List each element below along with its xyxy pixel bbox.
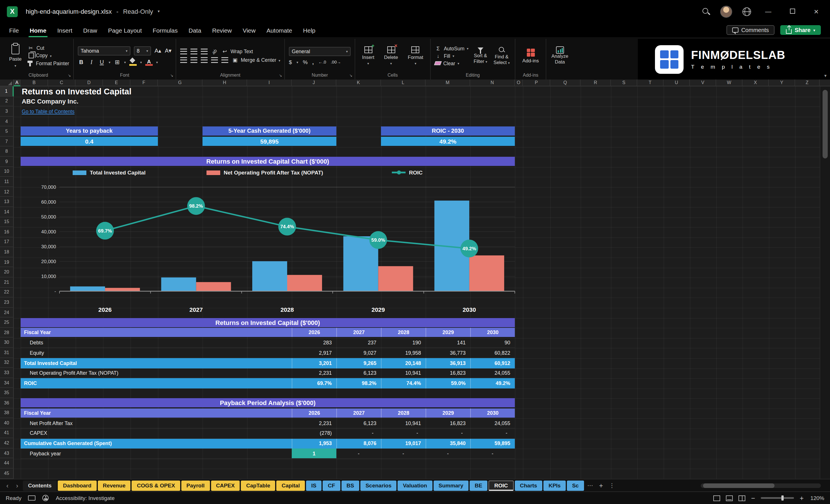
- row-header-11[interactable]: 11: [0, 177, 14, 187]
- align-right-button[interactable]: [201, 57, 208, 63]
- row-header-3[interactable]: 3: [0, 106, 14, 117]
- column-header-P[interactable]: P: [523, 80, 550, 86]
- table-cell[interactable]: 19,958: [381, 348, 425, 357]
- page-break-view-button[interactable]: [738, 495, 745, 501]
- table-row-label[interactable]: Total Invested Capital: [21, 358, 292, 368]
- row-header-21[interactable]: 21: [0, 278, 14, 287]
- accounting-caret-icon[interactable]: ▾: [296, 60, 298, 64]
- sheet-tab-cf[interactable]: CF: [323, 480, 340, 491]
- sheet-tab-kpis[interactable]: KPIs: [543, 480, 566, 491]
- column-header-M[interactable]: M: [425, 80, 470, 86]
- kpi-value-cash[interactable]: 59,895: [202, 137, 337, 146]
- sheet-tab-scenarios[interactable]: Scenarios: [360, 480, 397, 491]
- addins-button[interactable]: Add-ins: [519, 48, 542, 63]
- find-select-button[interactable]: Find & Select ▾: [492, 46, 511, 65]
- table-cell[interactable]: -: [381, 449, 425, 458]
- roic-chart[interactable]: 69.7%98.2%74.4%59.0%49.2%: [21, 166, 516, 316]
- year-cell[interactable]: 2028: [381, 328, 425, 337]
- row-header-5[interactable]: 5: [0, 127, 14, 137]
- align-center-button[interactable]: [190, 57, 197, 63]
- number-format-select[interactable]: General▾: [289, 46, 351, 56]
- table-cell[interactable]: 69.7%: [292, 378, 337, 388]
- row-header-41[interactable]: 41: [0, 428, 14, 438]
- sheet-tab-dashboard[interactable]: Dashboard: [58, 480, 96, 491]
- maximize-button[interactable]: [786, 8, 799, 15]
- share-button[interactable]: Share ▾: [780, 25, 821, 35]
- menu-file[interactable]: File: [9, 27, 19, 33]
- clear-button[interactable]: Clear▾: [435, 60, 469, 66]
- zoom-slider[interactable]: [761, 497, 794, 499]
- table-cell[interactable]: -: [470, 429, 515, 438]
- column-header-Y[interactable]: Y: [769, 80, 795, 86]
- zoom-in-button[interactable]: +: [800, 494, 804, 502]
- sheet-tab-bs[interactable]: BS: [342, 480, 359, 491]
- year-cell[interactable]: 2027: [337, 408, 381, 418]
- decrease-decimal-button[interactable]: .00→: [331, 59, 341, 64]
- font-color-button[interactable]: A: [145, 58, 153, 65]
- year-cell[interactable]: 2029: [425, 408, 470, 418]
- column-header-B[interactable]: B: [21, 80, 48, 86]
- accessibility-status[interactable]: Accessibility: Investigate: [56, 495, 115, 501]
- minimize-button[interactable]: —: [761, 8, 775, 15]
- table-row-label[interactable]: Debts: [21, 338, 292, 348]
- column-header-O[interactable]: O: [515, 80, 523, 86]
- wrap-text-button[interactable]: ↩Wrap Text: [221, 49, 253, 54]
- row-header-38[interactable]: 38: [0, 408, 14, 418]
- column-header-A[interactable]: A: [14, 80, 21, 86]
- select-all-corner[interactable]: [0, 80, 14, 86]
- increase-decimal-button[interactable]: ←.0: [318, 59, 326, 64]
- table-cell[interactable]: 60,912: [470, 358, 515, 368]
- menu-data[interactable]: Data: [189, 27, 201, 33]
- menu-draw[interactable]: Draw: [83, 27, 97, 33]
- row-header-42[interactable]: 42: [0, 438, 14, 448]
- delete-cells-button[interactable]: Delete▾: [381, 46, 401, 65]
- column-header-R[interactable]: R: [581, 80, 611, 86]
- insert-cells-button[interactable]: Insert▾: [359, 46, 377, 65]
- row-header-43[interactable]: 43: [0, 448, 14, 459]
- column-header-X[interactable]: X: [742, 80, 769, 86]
- orientation-button[interactable]: ab: [210, 47, 219, 56]
- comma-style-button[interactable]: ,: [312, 59, 314, 65]
- year-cell[interactable]: 2029: [425, 328, 470, 337]
- row-header-10[interactable]: 10: [0, 167, 14, 177]
- menu-formulas[interactable]: Formulas: [153, 27, 178, 33]
- row-header-25[interactable]: 25: [0, 318, 14, 328]
- table-cell[interactable]: 49.2%: [470, 378, 515, 388]
- row-header-28[interactable]: 28: [0, 328, 14, 338]
- align-left-button[interactable]: [180, 57, 187, 63]
- column-header-V[interactable]: V: [690, 80, 716, 86]
- sheet-tab-revenue[interactable]: Revenue: [98, 480, 131, 491]
- bar-tic-2028[interactable]: [252, 261, 287, 291]
- row-header-40[interactable]: 40: [0, 418, 14, 428]
- menu-automate[interactable]: Automate: [266, 27, 292, 33]
- table-cell[interactable]: 74.4%: [381, 378, 425, 388]
- table-cell[interactable]: 141: [425, 338, 470, 348]
- row-header-15[interactable]: 15: [0, 217, 14, 227]
- borders-caret-icon[interactable]: ▾: [124, 60, 126, 64]
- table-of-contents-link[interactable]: Go to Table of Contents: [22, 109, 75, 115]
- add-sheet-button[interactable]: +: [596, 481, 605, 490]
- table-cell[interactable]: 36,773: [425, 348, 470, 357]
- year-cell[interactable]: 2026: [292, 408, 337, 418]
- network-icon[interactable]: [742, 7, 751, 16]
- cell-grid[interactable]: Returns on Invested Capital ABC Company …: [0, 86, 820, 479]
- table-cell[interactable]: 16,823: [425, 418, 470, 428]
- increase-indent-button[interactable]: [221, 57, 228, 63]
- row-header-12[interactable]: 12: [0, 187, 14, 197]
- fill-color-button[interactable]: [129, 58, 137, 65]
- table-cell[interactable]: 6,123: [337, 368, 381, 378]
- table-cell[interactable]: 60,822: [470, 348, 515, 357]
- row-header-23[interactable]: 23: [0, 297, 14, 308]
- horizontal-scrollbar-thumb[interactable]: [703, 483, 774, 488]
- row-header-17[interactable]: 17: [0, 237, 14, 247]
- row-header-34[interactable]: 34: [0, 378, 14, 388]
- file-name[interactable]: high-end-aquarium-design.xlsx: [26, 8, 112, 15]
- row-header-31[interactable]: 31: [0, 348, 14, 358]
- menu-home[interactable]: Home: [30, 27, 46, 33]
- borders-button[interactable]: ⊞: [114, 59, 121, 65]
- sheet-tab-captable[interactable]: CapTable: [241, 480, 276, 491]
- zoom-slider-knob[interactable]: [781, 496, 784, 501]
- sheet-tab-is[interactable]: IS: [306, 480, 321, 491]
- column-header-T[interactable]: T: [637, 80, 664, 86]
- year-cell[interactable]: 2026: [292, 328, 337, 337]
